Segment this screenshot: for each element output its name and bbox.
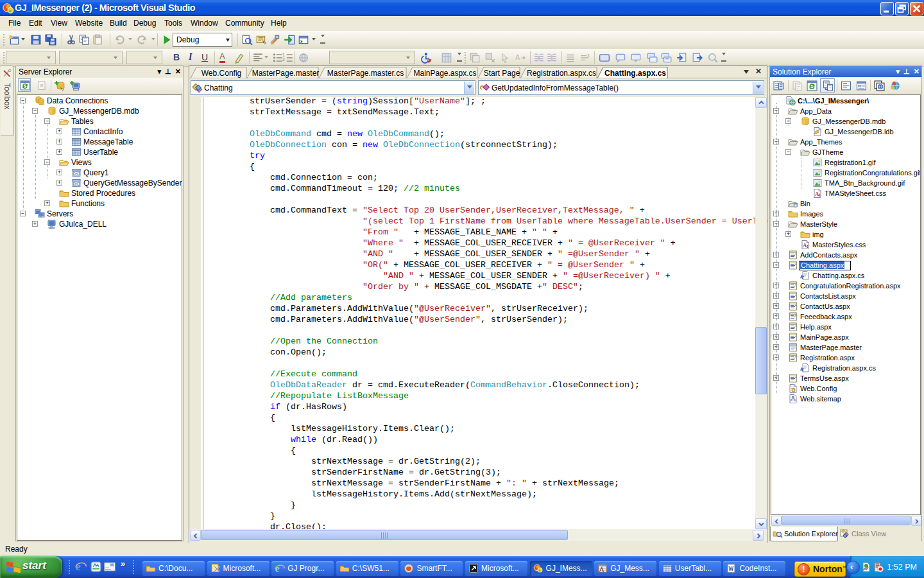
- svg-text:MasterPage.master: MasterPage.master: [252, 69, 320, 78]
- svg-text:Start Page: Start Page: [484, 69, 520, 78]
- svg-text:2: 2: [282, 57, 285, 62]
- svg-text:MasterPage.master.cs: MasterPage.master.cs: [327, 69, 404, 78]
- svg-text:A: A: [515, 54, 520, 61]
- svg-text:Chatting.aspx.cs: Chatting.aspx.cs: [604, 69, 666, 78]
- svg-text:e: e: [76, 561, 81, 572]
- svg-text:MainPage.aspx.cs: MainPage.aspx.cs: [413, 69, 476, 78]
- svg-text:Web.Config: Web.Config: [201, 69, 241, 78]
- svg-text:Registration.aspx.cs: Registration.aspx.cs: [527, 69, 596, 78]
- svg-text:e: e: [275, 563, 280, 574]
